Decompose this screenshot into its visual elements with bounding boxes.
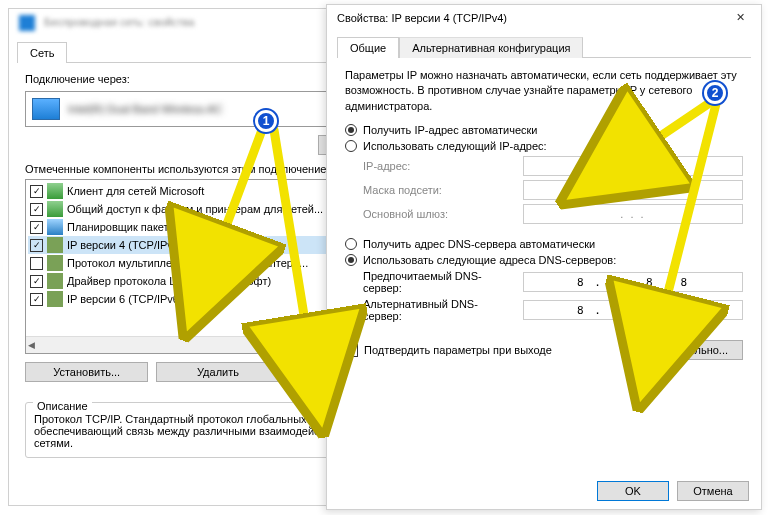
list-item-label: Общий доступ к файлам и принтерам для се… bbox=[67, 203, 323, 215]
radio-icon bbox=[345, 238, 357, 250]
checkbox-icon[interactable] bbox=[30, 203, 43, 216]
cancel-button[interactable]: Отмена bbox=[677, 481, 749, 501]
checkbox-icon[interactable] bbox=[30, 185, 43, 198]
hint-text: Параметры IP можно назначать автоматичес… bbox=[345, 68, 743, 114]
subnet-mask-input: . . . bbox=[523, 180, 743, 200]
advanced-button[interactable]: Дополнительно... bbox=[625, 340, 743, 360]
component-icon bbox=[47, 255, 63, 271]
annotation-badge-2: 2 bbox=[704, 82, 726, 104]
subnet-mask-label: Маска подсети: bbox=[363, 184, 513, 196]
radio-dns-auto[interactable]: Получить адрес DNS-сервера автоматически bbox=[345, 238, 743, 250]
adapter-icon bbox=[32, 98, 60, 120]
gateway-input: . . . bbox=[523, 204, 743, 224]
tab-alt-config[interactable]: Альтернативная конфигурация bbox=[399, 37, 583, 58]
component-icon bbox=[47, 273, 63, 289]
remove-button[interactable]: Удалить bbox=[156, 362, 279, 382]
component-icon bbox=[47, 237, 63, 253]
radio-ip-auto[interactable]: Получить IP-адрес автоматически bbox=[345, 124, 743, 136]
checkbox-icon[interactable] bbox=[30, 293, 43, 306]
confirm-on-exit-checkbox[interactable]: Подтвердить параметры при выходе bbox=[345, 344, 552, 357]
checkbox-icon bbox=[345, 344, 358, 357]
dns-alt-label: Альтернативный DNS-сервер: bbox=[363, 298, 513, 322]
dns-alt-input[interactable]: 8 . 8 . 4 . 4 bbox=[523, 300, 743, 320]
list-item-label: Протокол мультиплексора сетевого адаптер… bbox=[67, 257, 308, 269]
tab-network[interactable]: Сеть bbox=[17, 42, 67, 63]
ok-button[interactable]: OK bbox=[597, 481, 669, 501]
checkbox-icon[interactable] bbox=[30, 221, 43, 234]
ip-address-label: IP-адрес: bbox=[363, 160, 513, 172]
list-item-label: IP версии 6 (TCP/IPv6) bbox=[67, 293, 183, 305]
radio-ip-manual[interactable]: Использовать следующий IP-адрес: bbox=[345, 140, 743, 152]
component-icon bbox=[47, 219, 63, 235]
checkbox-icon[interactable] bbox=[30, 257, 43, 270]
ipv4-properties-window: Свойства: IP версии 4 (TCP/IPv4) ✕ Общие… bbox=[326, 4, 762, 510]
radio-icon bbox=[345, 140, 357, 152]
window-title: Свойства: IP версии 4 (TCP/IPv4) bbox=[337, 12, 507, 24]
dns-preferred-input[interactable]: 8 . 8 . 8 . 8 bbox=[523, 272, 743, 292]
dns-preferred-label: Предпочитаемый DNS-сервер: bbox=[363, 270, 513, 294]
ip-address-input: . . . bbox=[523, 156, 743, 176]
description-legend: Описание bbox=[33, 400, 92, 412]
component-icon bbox=[47, 183, 63, 199]
checkbox-icon[interactable] bbox=[30, 275, 43, 288]
list-item-label: Клиент для сетей Microsoft bbox=[67, 185, 204, 197]
install-button[interactable]: Установить... bbox=[25, 362, 148, 382]
checkbox-icon[interactable] bbox=[30, 239, 43, 252]
list-item-label: Планировщик пакетов QoS bbox=[67, 221, 206, 233]
close-icon[interactable]: ✕ bbox=[730, 11, 751, 24]
radio-dns-manual[interactable]: Использовать следующие адреса DNS-сервер… bbox=[345, 254, 743, 266]
radio-icon bbox=[345, 124, 357, 136]
list-item-label: Драйвер протокола LLDP (Майкрософт) bbox=[67, 275, 271, 287]
list-item-label: IP версии 4 (TCP/IPv4) bbox=[67, 239, 183, 251]
adapter-title-icon bbox=[19, 15, 35, 31]
component-icon bbox=[47, 291, 63, 307]
gateway-label: Основной шлюз: bbox=[363, 208, 513, 220]
radio-icon bbox=[345, 254, 357, 266]
annotation-badge-1: 1 bbox=[255, 110, 277, 132]
tab-general[interactable]: Общие bbox=[337, 37, 399, 58]
component-icon bbox=[47, 201, 63, 217]
